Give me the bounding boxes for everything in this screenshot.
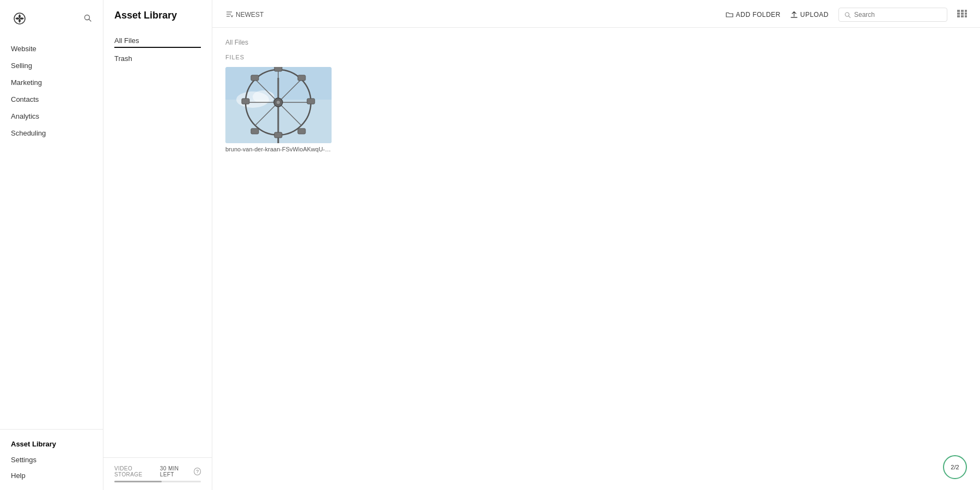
sidebar-item-contacts[interactable]: Contacts xyxy=(0,91,103,108)
svg-rect-29 xyxy=(242,99,249,104)
sidebar-item-asset-library[interactable]: Asset Library xyxy=(0,436,103,452)
search-input[interactable] xyxy=(854,11,941,19)
svg-rect-11 xyxy=(957,13,960,15)
upload-button[interactable]: UPLOAD xyxy=(791,11,829,19)
add-folder-label: ADD FOLDER xyxy=(736,11,781,19)
file-card[interactable]: bruno-van-der-kraan-FSvWioAKwqU-unsplas.… xyxy=(225,67,332,152)
second-panel: Asset Library All Files Trash VIDEO STOR… xyxy=(103,0,212,490)
upload-label: UPLOAD xyxy=(800,11,829,19)
search-box-icon xyxy=(844,11,851,19)
svg-rect-14 xyxy=(957,15,960,17)
svg-rect-34 xyxy=(298,128,305,134)
sidebar-nav: Website Selling Marketing Contacts Analy… xyxy=(0,36,103,429)
svg-point-20 xyxy=(253,90,274,103)
svg-rect-16 xyxy=(965,15,967,17)
sidebar-bottom: Asset Library Settings Help xyxy=(0,429,103,490)
svg-rect-32 xyxy=(298,75,305,81)
svg-rect-15 xyxy=(961,15,964,17)
sidebar-item-marketing[interactable]: Marketing xyxy=(0,74,103,91)
nav-trash[interactable]: Trash xyxy=(114,51,201,66)
second-panel-footer: VIDEO STORAGE 30 MIN LEFT ? xyxy=(103,457,212,490)
storage-bar xyxy=(114,481,201,482)
sort-label: NEWEST xyxy=(236,11,264,19)
sort-button[interactable]: NEWEST xyxy=(225,8,264,22)
svg-rect-30 xyxy=(307,99,315,104)
svg-line-2 xyxy=(89,19,91,21)
logo-icon[interactable] xyxy=(11,10,28,27)
svg-rect-10 xyxy=(965,10,967,12)
svg-rect-28 xyxy=(274,132,282,138)
sort-icon xyxy=(225,10,233,20)
add-folder-button[interactable]: ADD FOLDER xyxy=(726,11,781,19)
sidebar-item-selling[interactable]: Selling xyxy=(0,57,103,74)
sidebar-search-icon[interactable] xyxy=(83,14,92,24)
sidebar-item-settings[interactable]: Settings xyxy=(0,452,103,468)
file-image xyxy=(225,67,332,143)
storage-help-icon[interactable]: ? xyxy=(194,468,201,475)
svg-rect-8 xyxy=(957,10,960,12)
sidebar-item-website[interactable]: Website xyxy=(0,40,103,57)
toolbar-left: NEWEST xyxy=(225,8,264,22)
file-name: bruno-van-der-kraan-FSvWioAKwqU-unsplas.… xyxy=(225,146,332,152)
second-panel-title: Asset Library xyxy=(103,0,212,29)
header-row: NEWEST ADD FOLDER UPLOAD xyxy=(212,0,980,28)
storage-time: 30 MIN LEFT xyxy=(160,465,191,477)
main-content: NEWEST ADD FOLDER UPLOAD xyxy=(212,0,980,490)
second-panel-nav: All Files Trash xyxy=(103,29,212,70)
sidebar: Website Selling Marketing Contacts Analy… xyxy=(0,0,103,490)
svg-point-36 xyxy=(277,101,280,104)
version-badge[interactable]: 2/2 xyxy=(943,455,967,479)
view-toggle-button[interactable] xyxy=(957,10,967,20)
nav-all-files[interactable]: All Files xyxy=(114,33,201,48)
video-storage-label: VIDEO STORAGE 30 MIN LEFT ? xyxy=(114,465,201,477)
sidebar-item-analytics[interactable]: Analytics xyxy=(0,108,103,125)
sidebar-item-scheduling[interactable]: Scheduling xyxy=(0,125,103,142)
file-thumbnail xyxy=(225,67,332,143)
top-right-actions: ADD FOLDER UPLOAD xyxy=(726,8,967,22)
svg-rect-12 xyxy=(961,13,964,15)
storage-bar-fill xyxy=(114,481,162,482)
sidebar-item-help[interactable]: Help xyxy=(0,468,103,483)
files-grid: bruno-van-der-kraan-FSvWioAKwqU-unsplas.… xyxy=(225,67,967,152)
svg-rect-33 xyxy=(251,128,259,134)
main-area: All Files FILES xyxy=(212,28,980,490)
svg-rect-31 xyxy=(251,75,259,81)
section-label: FILES xyxy=(225,54,967,60)
svg-rect-27 xyxy=(274,67,282,71)
search-box xyxy=(838,8,947,22)
sidebar-logo-area xyxy=(0,0,103,36)
breadcrumb: All Files xyxy=(225,39,967,46)
svg-line-7 xyxy=(849,16,850,17)
svg-rect-9 xyxy=(961,10,964,12)
svg-rect-13 xyxy=(965,13,967,15)
